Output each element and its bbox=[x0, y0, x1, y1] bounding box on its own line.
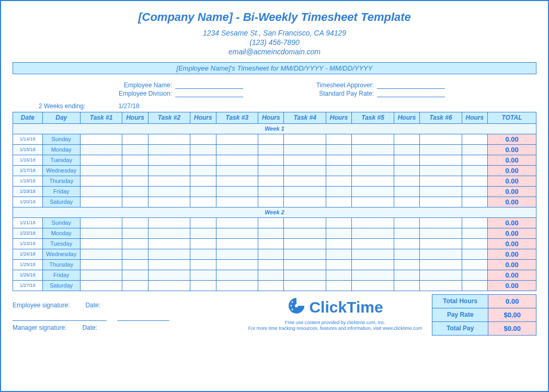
hours-cell[interactable] bbox=[326, 259, 351, 270]
task-cell[interactable] bbox=[284, 270, 326, 280]
task-cell[interactable] bbox=[420, 270, 462, 280]
hours-cell[interactable] bbox=[326, 197, 351, 207]
task-cell[interactable] bbox=[148, 155, 190, 165]
task-cell[interactable] bbox=[148, 249, 190, 259]
hours-cell[interactable] bbox=[122, 176, 148, 186]
task-cell[interactable] bbox=[80, 228, 122, 238]
task-cell[interactable] bbox=[148, 165, 190, 176]
hours-cell[interactable] bbox=[122, 238, 148, 249]
task-cell[interactable] bbox=[148, 238, 190, 249]
task-cell[interactable] bbox=[216, 134, 258, 144]
hours-cell[interactable] bbox=[326, 176, 351, 186]
hours-cell[interactable] bbox=[326, 280, 351, 291]
hours-cell[interactable] bbox=[258, 228, 284, 238]
task-cell[interactable] bbox=[352, 280, 394, 291]
task-cell[interactable] bbox=[284, 249, 326, 259]
hours-cell[interactable] bbox=[462, 280, 487, 291]
hours-cell[interactable] bbox=[190, 186, 216, 197]
task-cell[interactable] bbox=[80, 165, 122, 176]
hours-cell[interactable] bbox=[394, 249, 419, 259]
hours-cell[interactable] bbox=[326, 134, 351, 144]
hours-cell[interactable] bbox=[258, 155, 284, 165]
employee-signature-field[interactable] bbox=[13, 320, 107, 321]
task-cell[interactable] bbox=[148, 280, 190, 291]
task-cell[interactable] bbox=[216, 280, 258, 291]
hours-cell[interactable] bbox=[326, 155, 351, 165]
hours-cell[interactable] bbox=[190, 228, 216, 238]
task-cell[interactable] bbox=[420, 155, 462, 165]
hours-cell[interactable] bbox=[122, 186, 148, 197]
task-cell[interactable] bbox=[284, 217, 326, 228]
hours-cell[interactable] bbox=[258, 259, 284, 270]
hours-cell[interactable] bbox=[122, 144, 148, 155]
task-cell[interactable] bbox=[352, 259, 394, 270]
hours-cell[interactable] bbox=[394, 134, 419, 144]
task-cell[interactable] bbox=[420, 217, 462, 228]
task-cell[interactable] bbox=[284, 176, 326, 186]
hours-cell[interactable] bbox=[462, 197, 487, 207]
task-cell[interactable] bbox=[80, 217, 122, 228]
hours-cell[interactable] bbox=[394, 217, 419, 228]
hours-cell[interactable] bbox=[258, 165, 284, 176]
task-cell[interactable] bbox=[80, 155, 122, 165]
hours-cell[interactable] bbox=[394, 176, 419, 186]
hours-cell[interactable] bbox=[258, 249, 284, 259]
task-cell[interactable] bbox=[80, 197, 122, 207]
task-cell[interactable] bbox=[352, 217, 394, 228]
task-cell[interactable] bbox=[284, 280, 326, 291]
task-cell[interactable] bbox=[420, 280, 462, 291]
hours-cell[interactable] bbox=[462, 228, 487, 238]
employee-date-field[interactable] bbox=[117, 320, 169, 321]
hours-cell[interactable] bbox=[394, 259, 419, 270]
hours-cell[interactable] bbox=[326, 228, 351, 238]
hours-cell[interactable] bbox=[122, 134, 148, 144]
hours-cell[interactable] bbox=[394, 186, 419, 197]
task-cell[interactable] bbox=[80, 176, 122, 186]
hours-cell[interactable] bbox=[122, 280, 148, 291]
hours-cell[interactable] bbox=[394, 144, 419, 155]
hours-cell[interactable] bbox=[190, 134, 216, 144]
task-cell[interactable] bbox=[352, 134, 394, 144]
hours-cell[interactable] bbox=[326, 186, 351, 197]
task-cell[interactable] bbox=[216, 217, 258, 228]
task-cell[interactable] bbox=[284, 155, 326, 165]
task-cell[interactable] bbox=[420, 144, 462, 155]
task-cell[interactable] bbox=[216, 176, 258, 186]
task-cell[interactable] bbox=[216, 186, 258, 197]
task-cell[interactable] bbox=[80, 259, 122, 270]
task-cell[interactable] bbox=[216, 270, 258, 280]
task-cell[interactable] bbox=[352, 197, 394, 207]
hours-cell[interactable] bbox=[122, 249, 148, 259]
task-cell[interactable] bbox=[216, 155, 258, 165]
hours-cell[interactable] bbox=[190, 197, 216, 207]
hours-cell[interactable] bbox=[258, 176, 284, 186]
hours-cell[interactable] bbox=[122, 259, 148, 270]
task-cell[interactable] bbox=[148, 176, 190, 186]
hours-cell[interactable] bbox=[190, 144, 216, 155]
task-cell[interactable] bbox=[216, 144, 258, 155]
task-cell[interactable] bbox=[420, 259, 462, 270]
hours-cell[interactable] bbox=[326, 249, 351, 259]
hours-cell[interactable] bbox=[190, 249, 216, 259]
hours-cell[interactable] bbox=[462, 134, 487, 144]
hours-cell[interactable] bbox=[190, 270, 216, 280]
hours-cell[interactable] bbox=[122, 217, 148, 228]
hours-cell[interactable] bbox=[394, 238, 419, 249]
task-cell[interactable] bbox=[420, 176, 462, 186]
hours-cell[interactable] bbox=[462, 165, 487, 176]
task-cell[interactable] bbox=[284, 197, 326, 207]
hours-cell[interactable] bbox=[394, 280, 419, 291]
task-cell[interactable] bbox=[352, 186, 394, 197]
task-cell[interactable] bbox=[420, 197, 462, 207]
hours-cell[interactable] bbox=[394, 228, 419, 238]
task-cell[interactable] bbox=[80, 186, 122, 197]
hours-cell[interactable] bbox=[326, 144, 351, 155]
hours-cell[interactable] bbox=[190, 155, 216, 165]
task-cell[interactable] bbox=[420, 165, 462, 176]
task-cell[interactable] bbox=[216, 197, 258, 207]
task-cell[interactable] bbox=[352, 155, 394, 165]
task-cell[interactable] bbox=[80, 238, 122, 249]
pay-rate-field[interactable] bbox=[377, 91, 445, 97]
task-cell[interactable] bbox=[148, 259, 190, 270]
task-cell[interactable] bbox=[420, 238, 462, 249]
